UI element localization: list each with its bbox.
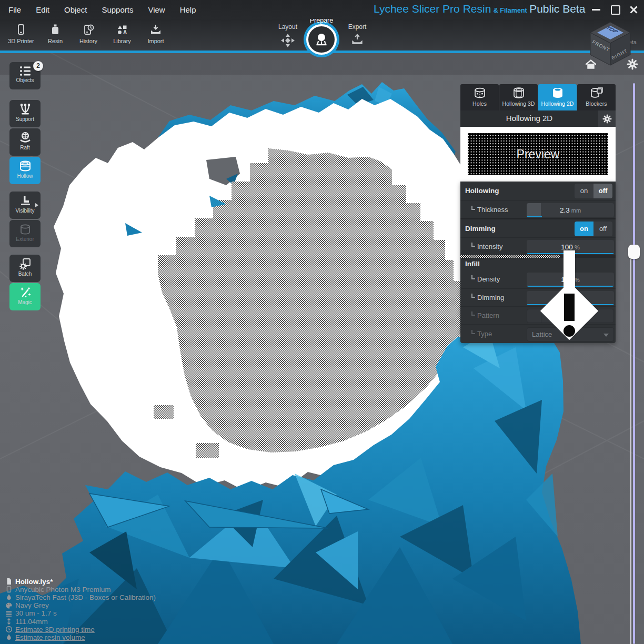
infill-dimming-slider[interactable]: 100% [527, 291, 614, 305]
visibility-label: Visibility [9, 208, 41, 214]
preview-button[interactable]: Preview [468, 133, 608, 175]
zoom-slider-handle[interactable] [628, 245, 640, 259]
import-button[interactable]: Import [139, 23, 173, 44]
tab-hollowing-2d[interactable]: Hollowing 2D [538, 84, 577, 110]
printer-icon [5, 586, 15, 593]
batch-label: Batch [9, 271, 41, 277]
tab-blockers[interactable]: Blockers [577, 84, 616, 110]
svg-text:A: A [123, 29, 127, 35]
infill-section-label: Infill [465, 260, 480, 268]
color-icon [5, 602, 15, 609]
menu-help[interactable]: Help [180, 5, 196, 14]
status-filename: Hollow.lys* [5, 578, 156, 586]
maximize-button[interactable] [609, 4, 621, 15]
support-label: Support [9, 116, 41, 122]
history-button[interactable]: History [72, 23, 105, 44]
dimming-off-button[interactable]: off [593, 222, 612, 236]
hollow-icon [18, 160, 32, 173]
status-bar: Hollow.lys* Anycubic Photon M3 Premium S… [5, 578, 156, 642]
hollow-label: Hollow [9, 173, 41, 179]
thickness-slider[interactable]: 2.3mm [527, 203, 614, 217]
hollow-button[interactable]: Hollow [9, 157, 41, 184]
title-sub: & Filament [494, 7, 527, 14]
tab-holes[interactable]: Holes [460, 84, 499, 110]
tab-layout[interactable]: Layout [271, 23, 305, 51]
status-resin: SirayaTech Fast (J3D - Boxes or Calibrat… [5, 593, 156, 601]
printer-button[interactable]: 3D Printer [4, 23, 38, 44]
thickness-unit: mm [571, 207, 581, 214]
menu-object[interactable]: Object [64, 5, 87, 14]
exterior-button: Exterior [9, 220, 41, 247]
library-button[interactable]: A Library [105, 23, 139, 44]
type-row: Type Lattice [460, 324, 616, 343]
view-cube[interactable]: TOP FRONT RIGHT [588, 21, 632, 73]
tab-export[interactable]: Export [340, 23, 374, 49]
status-estimate-volume-link[interactable]: Estimate resin volume [5, 633, 156, 641]
exterior-icon [18, 223, 32, 236]
batch-button[interactable]: Batch [9, 255, 41, 282]
import-icon [149, 23, 163, 37]
sub-corner [471, 311, 475, 316]
preview-container: Preview [460, 127, 616, 182]
tab-prepare[interactable] [306, 24, 337, 55]
infill-dimming-unit: % [575, 295, 580, 301]
dimming-on-button[interactable]: on [575, 222, 593, 236]
support-button[interactable]: Support [9, 100, 41, 127]
sub-corner [471, 330, 475, 334]
hollowing-row: Hollowing on off [460, 182, 616, 200]
hollowing-2d-tab-label: Hollowing 2D [538, 100, 577, 107]
hollowing-on-button[interactable]: on [575, 184, 593, 198]
printer-icon [14, 23, 28, 37]
preview-button-label: Preview [517, 147, 560, 162]
sub-corner [471, 275, 475, 279]
dropdown-caret-icon [603, 334, 609, 337]
zoom-slider-track[interactable] [633, 83, 635, 644]
clock-icon [5, 626, 15, 633]
thickness-value: 2.3 [560, 206, 570, 214]
layout-label: Layout [271, 23, 305, 31]
panel-tabs: Holes Hollowing 3D Hollowing 2D Blockers [460, 84, 616, 110]
type-label: Type [477, 330, 492, 338]
visibility-button[interactable]: Visibility [9, 192, 41, 219]
export-icon [350, 33, 365, 47]
layout-move-icon [280, 33, 296, 48]
history-label: History [72, 38, 105, 44]
export-label: Export [340, 23, 374, 31]
hollowing-3d-icon [511, 86, 526, 100]
holes-tab-label: Holes [460, 100, 499, 107]
objects-label: Objects [9, 77, 41, 83]
visibility-icon [18, 195, 32, 207]
panel-settings-button[interactable] [598, 110, 616, 127]
resin-button[interactable]: Resin [38, 23, 72, 44]
layer-icon [5, 610, 15, 617]
menu-file[interactable]: File [8, 5, 21, 14]
raft-button[interactable]: Raft [9, 128, 41, 156]
height-icon [5, 618, 15, 625]
magic-label: Magic [9, 299, 41, 305]
title-beta: Public Beta [529, 3, 585, 15]
submenu-arrow-icon [35, 203, 38, 207]
magic-button[interactable]: Magic [9, 283, 41, 310]
intensity-slider[interactable]: 100% [527, 240, 614, 254]
dimming-section-label: Dimming [465, 225, 496, 233]
status-estimate-time-link[interactable]: Estimate 3D printing time [5, 626, 156, 633]
close-button[interactable] [628, 4, 640, 15]
intensity-label: Intensity [477, 243, 502, 250]
menu-view[interactable]: View [148, 5, 165, 14]
printer-label: 3D Printer [4, 38, 38, 44]
batch-icon [18, 258, 32, 270]
type-value: Lattice [532, 330, 552, 338]
menu-supports[interactable]: Supports [102, 5, 133, 14]
infill-dimming-value: 100 [561, 294, 573, 302]
tab-hollowing-3d[interactable]: Hollowing 3D [499, 84, 538, 110]
minimize-button[interactable] [590, 4, 602, 15]
menu-edit[interactable]: Edit [36, 5, 49, 14]
magic-wand-icon [18, 286, 32, 299]
title-main: Lychee Slicer Pro Resin [374, 3, 491, 15]
title-bar: File Edit Object Supports View Help Lych… [0, 0, 644, 19]
density-slider[interactable]: 100% [527, 273, 614, 287]
hollowing-off-button[interactable]: off [593, 184, 612, 198]
holes-icon [472, 86, 487, 100]
raft-label: Raft [9, 145, 41, 150]
panel-title: Hollowing 2D [460, 114, 598, 123]
